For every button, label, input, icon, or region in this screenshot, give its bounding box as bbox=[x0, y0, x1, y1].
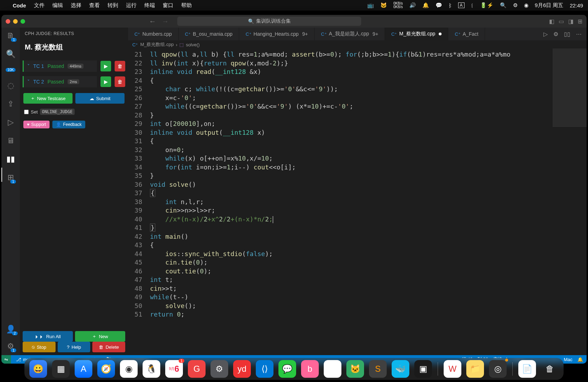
notifications-icon[interactable]: 🔔 bbox=[577, 357, 583, 362]
menu-window[interactable]: 窗口 bbox=[163, 2, 173, 9]
toggle-primary-sidebar-icon[interactable]: ◧ bbox=[549, 18, 554, 25]
submit-button[interactable]: ☁Submit bbox=[75, 93, 125, 104]
settings-gear-icon[interactable]: ⚙1 bbox=[7, 342, 14, 351]
sublime-dock-icon[interactable]: S bbox=[369, 360, 387, 378]
docker-dock-icon[interactable]: 🐳 bbox=[392, 360, 409, 378]
tc-run-button[interactable]: ▶ bbox=[100, 61, 111, 71]
mihoyo-dock-icon[interactable]: 🐱 bbox=[346, 360, 364, 378]
tab-active[interactable]: C⁺M_蔡光数组.cpp bbox=[385, 28, 448, 40]
more-actions-icon[interactable]: ⋯ bbox=[576, 31, 582, 37]
run-all-button[interactable]: ⏵⏵Run All bbox=[23, 331, 73, 342]
menu-file[interactable]: 文件 bbox=[34, 2, 45, 9]
wifi-icon[interactable]: ⧙ bbox=[471, 2, 474, 8]
menu-term[interactable]: 终端 bbox=[144, 2, 155, 9]
nav-forward-icon[interactable]: → bbox=[162, 17, 169, 25]
counter-activity-icon[interactable]: 10K bbox=[6, 68, 16, 72]
menu-go[interactable]: 转到 bbox=[108, 2, 118, 9]
launchpad-dock-icon[interactable]: ▦ bbox=[52, 360, 70, 378]
terminal-dock-icon[interactable]: ▣ bbox=[414, 360, 432, 378]
remote-icon[interactable]: 🖥 bbox=[7, 136, 15, 145]
stop-button[interactable]: ⦸Stop bbox=[23, 342, 56, 352]
explorer-icon[interactable]: 🗎1 bbox=[7, 31, 15, 40]
delete-button[interactable]: 🗑Delete bbox=[92, 342, 125, 352]
run-debug-icon[interactable]: ▷ bbox=[8, 118, 14, 127]
finder-dock-icon[interactable]: 😀 bbox=[29, 360, 47, 378]
control-center-icon[interactable]: ⚙ bbox=[513, 2, 518, 8]
tc-run-button[interactable]: ▶ bbox=[100, 76, 111, 87]
bilibili-tray-icon[interactable]: 📺 bbox=[367, 2, 374, 8]
cat-tray-icon[interactable]: 🐱 bbox=[380, 2, 387, 8]
nav-back-icon[interactable]: ← bbox=[149, 17, 156, 25]
bilibili-dock-icon[interactable]: b bbox=[301, 360, 319, 378]
command-center-search[interactable]: 🔍 集训队训练合集 bbox=[177, 17, 361, 26]
online-judge-checkbox[interactable] bbox=[24, 110, 29, 114]
debug-settings-icon[interactable]: ⚙ bbox=[553, 31, 558, 37]
folder-dock-icon[interactable]: 📁 bbox=[466, 360, 484, 378]
extensions-icon[interactable]: ⊞1 bbox=[7, 173, 14, 182]
minimize-window-button[interactable] bbox=[13, 19, 18, 24]
minimap[interactable] bbox=[553, 49, 587, 355]
input-method-icon[interactable]: A bbox=[458, 2, 465, 8]
scm-github-icon[interactable]: ◌ bbox=[7, 81, 14, 90]
settings-dock-icon[interactable]: ⚙ bbox=[211, 360, 228, 378]
siri-icon[interactable]: ◉ bbox=[524, 2, 529, 8]
tab-osu[interactable]: C⁺B_osu_mania.cpp bbox=[179, 28, 239, 40]
support-button[interactable]: ♥Support bbox=[23, 121, 50, 128]
spotlight-icon[interactable]: 🔍 bbox=[500, 2, 507, 8]
menu-edit[interactable]: 编辑 bbox=[52, 2, 63, 9]
account-icon[interactable]: 👤2 bbox=[6, 325, 16, 334]
youdao-dock-icon[interactable]: yd bbox=[233, 360, 251, 378]
menu-help[interactable]: 帮助 bbox=[181, 2, 192, 9]
new-testcase-button[interactable]: ＋New Testcase bbox=[23, 93, 73, 104]
volume-icon[interactable]: 🔊 bbox=[409, 2, 416, 8]
chrome-dock-icon[interactable]: ◉ bbox=[120, 360, 138, 378]
menubar-time[interactable]: 22:49 bbox=[570, 2, 583, 8]
share-icon[interactable]: ⇪ bbox=[7, 99, 14, 109]
toggle-panel-icon[interactable]: ▭ bbox=[559, 18, 564, 25]
testcase-1[interactable]: ˅ TC 1 Passed 449ms bbox=[23, 60, 97, 72]
bluetooth-icon[interactable]: ᛒ bbox=[449, 2, 452, 8]
trash-dock-icon[interactable]: 🗑 bbox=[541, 360, 559, 378]
wps-dock-icon[interactable]: W bbox=[444, 360, 461, 378]
menu-select[interactable]: 选择 bbox=[71, 2, 81, 9]
menu-view[interactable]: 查看 bbox=[89, 2, 100, 9]
close-window-button[interactable] bbox=[6, 19, 10, 24]
code-editor[interactable]: ll qpow(ll a,ll b) {ll res=1;a%=mod; ass… bbox=[150, 49, 553, 355]
new-button[interactable]: ＋New bbox=[75, 331, 125, 342]
menubar-date[interactable]: 9月6日 周五 bbox=[535, 2, 564, 9]
tab-a-fact[interactable]: C⁺A_Fact bbox=[448, 28, 485, 40]
search-activity-icon[interactable]: 🔍 bbox=[6, 50, 16, 59]
vscode-dock-icon[interactable]: ⟨⟩ bbox=[256, 360, 273, 378]
toggle-secondary-sidebar-icon[interactable]: ◨ bbox=[568, 18, 573, 25]
tab-hanging[interactable]: C⁺Hanging_Hearts.cpp 9+ bbox=[239, 28, 315, 40]
feedback-button[interactable]: 👤Feedback bbox=[52, 121, 85, 128]
wechat-dock-icon[interactable]: 💬 bbox=[278, 360, 296, 378]
maximize-window-button[interactable] bbox=[21, 19, 25, 24]
cph-judge-icon[interactable]: ▮▮ bbox=[6, 155, 15, 164]
testcase-2[interactable]: ˅ TC 2 Passed 2ms bbox=[23, 76, 97, 87]
menubar-app[interactable]: Code bbox=[13, 2, 26, 8]
baidu-netdisk-dock-icon[interactable]: ☁ bbox=[324, 360, 341, 378]
run-tab-icon[interactable]: ▷ bbox=[543, 31, 548, 37]
qq-dock-icon[interactable]: 🐧 bbox=[143, 360, 160, 378]
safari-dock-icon[interactable]: 🧭 bbox=[97, 360, 115, 378]
customize-layout-icon[interactable]: ⊞ bbox=[578, 18, 582, 25]
help-button[interactable]: ?Help bbox=[58, 342, 91, 352]
wechat-tray-icon[interactable]: 💬 bbox=[436, 2, 442, 8]
split-editor-icon[interactable]: ▯▯ bbox=[564, 31, 570, 37]
tc-delete-button[interactable]: 🗑 bbox=[115, 61, 125, 71]
obs-dock-icon[interactable]: ◎ bbox=[489, 360, 507, 378]
appstore-dock-icon[interactable]: A bbox=[75, 360, 92, 378]
textedit-dock-icon[interactable]: 📄 bbox=[518, 360, 536, 378]
netease-dock-icon[interactable]: G bbox=[188, 360, 206, 378]
os-status[interactable]: Mac bbox=[564, 357, 572, 362]
calendar-dock-icon[interactable]: 9月61 bbox=[165, 360, 183, 378]
tab-a-zuti[interactable]: C⁺A_我是組題人.cpp 9+ bbox=[315, 28, 385, 40]
tab-numbers[interactable]: C⁺Numbers.cpp bbox=[128, 28, 179, 40]
battery-icon[interactable]: 🔋⚡ bbox=[480, 2, 494, 8]
breadcrumb[interactable]: C⁺M_蔡光数组.cpp › ⬚ solve() bbox=[128, 40, 587, 49]
menu-run2[interactable]: 运行 bbox=[126, 2, 137, 9]
bell-icon[interactable]: 🔔 bbox=[422, 2, 429, 8]
tc-delete-button[interactable]: 🗑 bbox=[115, 76, 125, 87]
remote-indicator[interactable]: ⇋ bbox=[1, 355, 11, 364]
